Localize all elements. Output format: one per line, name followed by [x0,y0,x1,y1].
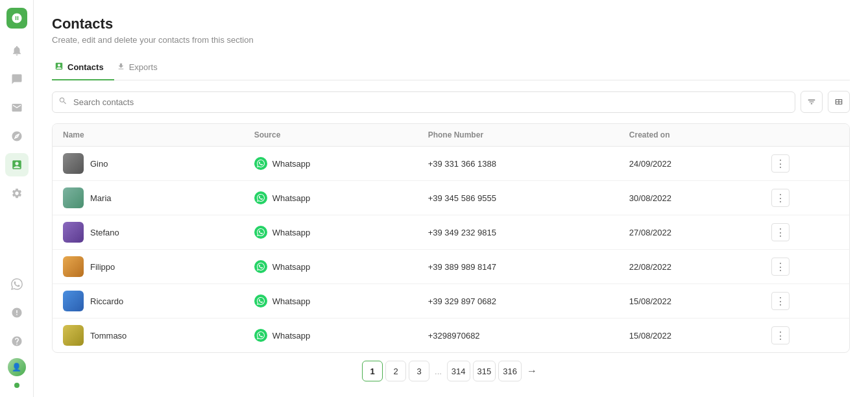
contact-avatar [63,187,84,208]
contact-source-label: Whatsapp [272,262,311,272]
page-subtitle: Create, edit and delete your contacts fr… [52,35,850,45]
exports-tab-icon [117,62,125,73]
sidebar-bottom: 👤 [5,272,29,389]
contact-phone: +39 329 897 0682 [418,284,619,319]
contact-phone: +39 345 586 9555 [418,181,619,215]
sidebar-item-notifications[interactable] [5,39,29,62]
page-btn-314[interactable]: 314 [447,361,470,381]
contact-source-label: Whatsapp [272,296,311,306]
contact-source-label: Whatsapp [272,228,311,237]
table-row: Tommaso Whatsapp +3298970682 15/08/2022 … [53,319,849,353]
toolbar [52,91,850,113]
sidebar-item-contacts[interactable] [5,153,29,176]
page-next-button[interactable]: → [524,365,540,377]
contact-created: 15/08/2022 [619,284,761,319]
search-input[interactable] [52,91,795,113]
tab-contacts[interactable]: Contacts [52,56,114,80]
contact-created: 24/09/2022 [619,147,761,181]
contact-source-label: Whatsapp [272,193,311,203]
sidebar-item-whatsapp[interactable] [5,272,29,296]
contact-more-button[interactable]: ⋮ [771,326,790,344]
table-header-row: Name Source Phone Number Created on [53,124,849,147]
contact-more-button[interactable]: ⋮ [771,223,790,241]
app-logo [6,8,27,29]
contact-phone: +39 349 232 9815 [418,215,619,250]
contacts-table: Name Source Phone Number Created on Gino [52,123,850,353]
contact-phone: +39 389 989 8147 [418,250,619,284]
columns-button[interactable] [828,91,850,113]
sidebar-item-broadcast[interactable] [5,125,29,148]
contact-source: Whatsapp [254,191,407,204]
col-phone: Phone Number [418,124,619,147]
pagination: 1 2 3 ... 314 315 316 → [52,353,850,384]
filter-button[interactable] [801,91,823,113]
contact-avatar [63,222,84,243]
search-icon [58,97,67,108]
contact-name: Gino [90,159,108,169]
online-indicator [14,383,19,388]
sidebar-item-alert[interactable] [5,301,29,324]
contact-source: Whatsapp [254,260,407,273]
contact-phone: +39 331 366 1388 [418,147,619,181]
contact-name: Filippo [90,262,115,272]
contact-avatar [63,153,84,174]
contact-created: 15/08/2022 [619,319,761,353]
contact-avatar [63,325,84,346]
col-name: Name [53,124,244,147]
contact-name-cell: Riccardo [63,291,234,311]
whatsapp-icon [254,260,267,273]
contact-name: Riccardo [90,296,123,306]
sidebar-item-chat[interactable] [5,67,29,91]
sidebar-item-messages[interactable] [5,96,29,119]
contact-created: 22/08/2022 [619,250,761,284]
contact-more-button[interactable]: ⋮ [771,258,790,276]
col-actions [761,124,849,147]
user-avatar[interactable]: 👤 [8,358,26,376]
contact-name: Tommaso [90,331,127,341]
contact-created: 30/08/2022 [619,181,761,215]
tab-exports[interactable]: Exports [114,57,168,80]
col-source: Source [244,124,418,147]
contact-source-label: Whatsapp [272,331,311,341]
page-btn-2[interactable]: 2 [385,361,406,381]
page-btn-3[interactable]: 3 [409,361,429,381]
contact-name-cell: Maria [63,187,234,208]
tab-exports-label: Exports [129,62,158,72]
whatsapp-icon [254,157,267,170]
whatsapp-icon [254,226,267,239]
contacts-tab-icon [54,62,64,73]
page-ellipsis: ... [432,367,444,376]
table-row: Stefano Whatsapp +39 349 232 9815 27/08/… [53,215,849,250]
contact-phone: +3298970682 [418,319,619,353]
col-created: Created on [619,124,761,147]
tab-bar: Contacts Exports [52,56,850,80]
contact-name-cell: Gino [63,153,234,174]
page-btn-316[interactable]: 316 [498,361,522,381]
contact-source: Whatsapp [254,226,407,239]
contact-name-cell: Filippo [63,256,234,277]
contact-more-button[interactable]: ⋮ [771,189,790,207]
contact-name: Maria [90,193,112,203]
whatsapp-icon [254,191,267,204]
table-row: Maria Whatsapp +39 345 586 9555 30/08/20… [53,181,849,215]
contact-source: Whatsapp [254,157,407,170]
search-wrapper [52,91,795,113]
contact-source: Whatsapp [254,329,407,342]
whatsapp-icon [254,295,267,307]
sidebar-item-help[interactable] [5,330,29,353]
contact-more-button[interactable]: ⋮ [771,154,790,173]
sidebar-item-settings[interactable] [5,182,29,205]
page-btn-315[interactable]: 315 [473,361,496,381]
page-title: Contacts [52,16,850,32]
page-btn-1[interactable]: 1 [362,361,383,381]
contact-more-button[interactable]: ⋮ [771,292,790,310]
table-row: Riccardo Whatsapp +39 329 897 0682 15/08… [53,284,849,319]
contact-name: Stefano [90,228,119,237]
contact-source-label: Whatsapp [272,159,311,169]
contact-avatar [63,256,84,277]
whatsapp-icon [254,329,267,342]
contact-name-cell: Stefano [63,222,234,243]
contact-source: Whatsapp [254,295,407,307]
contact-created: 27/08/2022 [619,215,761,250]
tab-contacts-label: Contacts [67,62,104,72]
